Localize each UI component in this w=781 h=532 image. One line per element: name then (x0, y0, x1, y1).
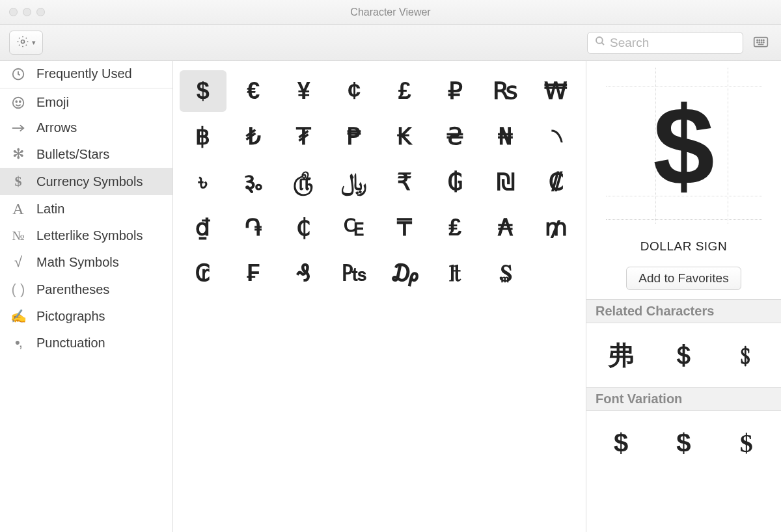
sidebar-item-label: Emoji (36, 95, 69, 110)
char-cell[interactable]: ₷ (482, 252, 529, 294)
svg-point-4 (757, 40, 758, 40)
svg-point-9 (759, 42, 760, 42)
clock-icon (9, 67, 27, 81)
char-cell[interactable]: ₶ (432, 252, 479, 294)
char-cell[interactable]: ₡ (533, 161, 580, 203)
svg-point-1 (596, 37, 603, 44)
svg-point-6 (761, 40, 761, 40)
picto-icon: ✍ (9, 308, 27, 324)
related-char-cell[interactable]: ﹩ (724, 332, 769, 378)
category-sidebar: Frequently Used EmojiArrows✻Bullets/Star… (0, 61, 173, 532)
sidebar-item-arrows[interactable]: Arrows (0, 115, 172, 140)
minimize-window-dot[interactable] (23, 8, 31, 16)
sidebar-divider (0, 88, 172, 88)
window-titlebar: Character Viewer (0, 0, 781, 25)
emoji-icon (9, 96, 27, 110)
char-cell[interactable]: ¥ (281, 70, 327, 112)
sidebar-item-pictographs[interactable]: ✍Pictographs (0, 303, 172, 329)
numero-icon: № (9, 228, 27, 243)
search-input[interactable] (610, 36, 764, 50)
char-cell[interactable]: ৲ (533, 116, 580, 157)
window-title: Character Viewer (0, 7, 781, 18)
char-cell[interactable]: ₴ (432, 116, 479, 157)
sidebar-item-currency-symbols[interactable]: $Currency Symbols (0, 168, 172, 195)
related-char-cell[interactable]: 弗 (598, 332, 644, 378)
char-cell[interactable]: ₫ (180, 207, 226, 248)
sidebar-item-emoji[interactable]: Emoji (0, 90, 172, 115)
char-cell[interactable]: ₦ (482, 116, 529, 157)
svg-point-8 (757, 42, 758, 42)
sidebar-item-letterlike-symbols[interactable]: №Letterlike Symbols (0, 223, 172, 248)
char-cell[interactable]: ₱ (331, 116, 378, 157)
parens-icon: ( ) (9, 281, 27, 298)
sidebar-item-label: Letterlike Symbols (36, 228, 143, 243)
char-cell[interactable]: ₲ (432, 161, 479, 203)
glyph-frame: $ (606, 68, 762, 224)
latin-icon: A (9, 200, 27, 218)
svg-point-11 (763, 42, 764, 42)
related-characters-header: Related Characters (586, 299, 781, 323)
sidebar-item-label: Pictographs (36, 309, 105, 324)
char-cell[interactable]: ฿ (180, 116, 226, 157)
char-cell[interactable]: ₰ (281, 252, 327, 294)
toolbar: ▾ (0, 25, 781, 61)
character-detail-panel: $ DOLLAR SIGN Add to Favorites Related C… (586, 61, 781, 532)
related-char-cell[interactable]: ＄ (661, 332, 706, 378)
char-cell[interactable]: ₽ (432, 70, 479, 112)
sidebar-item-label: Currency Symbols (36, 174, 143, 189)
char-cell[interactable]: ৳ (180, 161, 226, 203)
dollar-icon: $ (9, 173, 27, 190)
character-name: DOLLAR SIGN (640, 239, 727, 254)
char-cell[interactable]: ֏ (230, 207, 277, 248)
sidebar-item-bullets-stars[interactable]: ✻Bullets/Stars (0, 140, 172, 168)
char-cell[interactable]: ₪ (482, 161, 529, 203)
close-window-dot[interactable] (9, 8, 18, 16)
char-cell[interactable]: ₺ (230, 116, 277, 157)
char-cell[interactable]: ₣ (230, 252, 277, 294)
char-cell[interactable]: ₵ (281, 207, 327, 248)
char-cell[interactable]: ₭ (381, 116, 428, 157)
add-to-favorites-button[interactable]: Add to Favorites (626, 267, 741, 290)
char-cell[interactable]: ¢ (331, 70, 378, 112)
svg-point-7 (763, 40, 764, 40)
sidebar-item-frequently-used[interactable]: Frequently Used (0, 61, 172, 86)
char-cell[interactable]: ﷼ (331, 161, 378, 203)
font-variation-cell[interactable]: $ (598, 420, 644, 466)
svg-point-5 (759, 40, 760, 40)
svg-point-10 (761, 42, 761, 42)
sidebar-item-label: Arrows (36, 120, 77, 135)
char-cell[interactable]: ₥ (533, 207, 580, 248)
char-cell[interactable]: ₮ (281, 116, 327, 157)
zoom-window-dot[interactable] (36, 8, 45, 16)
char-cell[interactable]: ₧ (331, 252, 378, 294)
keyboard-viewer-button[interactable] (750, 31, 772, 55)
settings-menu-button[interactable]: ▾ (9, 31, 43, 55)
sidebar-item-latin[interactable]: ALatin (0, 195, 172, 223)
search-icon (594, 35, 606, 50)
traffic-lights (0, 8, 45, 16)
char-cell[interactable]: ₯ (381, 252, 428, 294)
char-cell[interactable]: ₢ (180, 252, 226, 294)
chevron-down-icon: ▾ (32, 38, 36, 47)
char-cell[interactable]: ₠ (331, 207, 378, 248)
font-variation-cell[interactable]: $ (661, 420, 706, 466)
svg-point-15 (16, 101, 17, 102)
sidebar-item-punctuation[interactable]: •,Punctuation (0, 329, 172, 356)
character-grid-panel: $€¥¢£₽₨₩฿₺₮₱₭₴₦৲৳૱௹﷼₹₲₪₡₫֏₵₠₸₤₳₥₢₣₰₧₯₶₷ (173, 61, 586, 532)
char-cell[interactable]: ₹ (381, 161, 428, 203)
char-cell[interactable]: ₨ (482, 70, 529, 112)
char-cell[interactable]: € (230, 70, 277, 112)
char-cell[interactable]: ₸ (381, 207, 428, 248)
font-variation-cell[interactable]: $ (724, 420, 769, 466)
char-cell[interactable]: ௹ (281, 161, 327, 203)
sidebar-item-parentheses[interactable]: ( )Parentheses (0, 276, 172, 303)
char-cell[interactable]: $ (180, 70, 226, 112)
star-icon: ✻ (9, 146, 27, 163)
char-cell[interactable]: ₩ (533, 70, 580, 112)
sidebar-item-math-symbols[interactable]: √Math Symbols (0, 248, 172, 276)
char-cell[interactable]: £ (381, 70, 428, 112)
char-cell[interactable]: ₤ (432, 207, 479, 248)
char-cell[interactable]: ₳ (482, 207, 529, 248)
char-cell[interactable]: ૱ (230, 161, 277, 203)
root-icon: √ (9, 254, 27, 271)
